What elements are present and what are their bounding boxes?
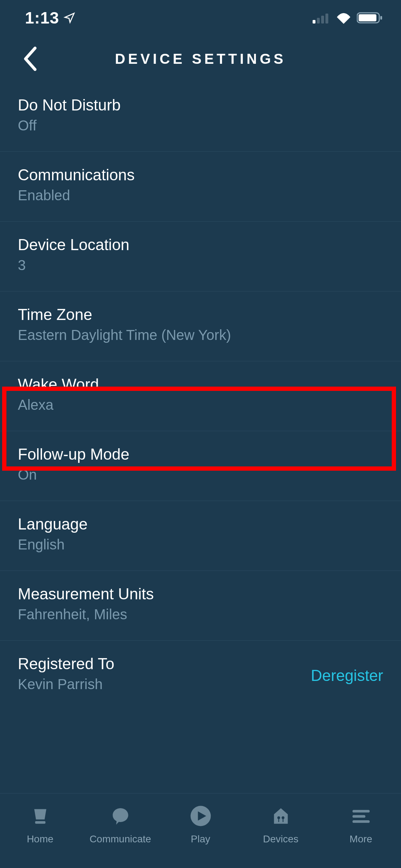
nav-label: Communicate: [89, 833, 151, 845]
svg-rect-14: [352, 815, 365, 818]
svg-rect-1: [317, 18, 320, 24]
svg-rect-7: [35, 821, 45, 824]
setting-value: Fahrenheit, Miles: [18, 606, 383, 622]
chevron-left-icon: [23, 46, 37, 71]
setting-label: Communications: [18, 166, 383, 184]
nav-label: Play: [191, 833, 210, 845]
setting-label: Wake Word: [18, 376, 383, 393]
communicate-icon: [108, 804, 133, 828]
setting-label: Device Location: [18, 236, 383, 254]
setting-value: Off: [18, 118, 383, 134]
svg-rect-0: [313, 20, 315, 24]
setting-device-location[interactable]: Device Location 3: [0, 222, 401, 291]
status-bar-left: 1:13: [25, 8, 76, 27]
setting-do-not-disturb[interactable]: Do Not Disturb Off: [0, 82, 401, 152]
play-icon: [188, 804, 213, 828]
wifi-icon: [335, 12, 352, 24]
nav-devices[interactable]: Devices: [245, 804, 317, 845]
nav-play[interactable]: Play: [165, 804, 236, 845]
setting-label: Time Zone: [18, 306, 383, 324]
setting-measurement-units[interactable]: Measurement Units Fahrenheit, Miles: [0, 571, 401, 641]
svg-rect-11: [278, 818, 279, 822]
setting-communications[interactable]: Communications Enabled: [0, 152, 401, 222]
status-bar-right: [313, 12, 383, 24]
nav-home[interactable]: Home: [5, 804, 76, 845]
nav-communicate[interactable]: Communicate: [85, 804, 156, 845]
svg-rect-13: [352, 810, 369, 812]
svg-rect-5: [359, 14, 376, 21]
setting-value: English: [18, 537, 383, 553]
svg-rect-3: [325, 14, 328, 24]
header: DEVICE SETTINGS: [0, 36, 401, 82]
setting-label: Measurement Units: [18, 585, 383, 603]
nav-label: More: [350, 833, 372, 845]
setting-value: Eastern Daylight Time (New York): [18, 327, 383, 343]
nav-more[interactable]: More: [325, 804, 397, 845]
bottom-nav: Home Communicate Play Devi: [0, 793, 401, 868]
svg-rect-15: [352, 820, 369, 823]
svg-rect-2: [321, 16, 324, 24]
setting-value: 3: [18, 257, 383, 273]
nav-label: Home: [27, 833, 53, 845]
svg-rect-6: [380, 16, 382, 20]
devices-icon: [268, 804, 293, 828]
back-button[interactable]: [20, 45, 41, 73]
deregister-button[interactable]: Deregister: [311, 667, 383, 684]
setting-value: On: [18, 467, 383, 483]
battery-icon: [357, 12, 383, 24]
setting-time-zone[interactable]: Time Zone Eastern Daylight Time (New Yor…: [0, 291, 401, 361]
status-time: 1:13: [25, 8, 59, 27]
svg-rect-12: [282, 818, 283, 822]
page-title: DEVICE SETTINGS: [115, 51, 286, 67]
location-icon: [63, 12, 76, 24]
setting-label: Language: [18, 515, 383, 533]
nav-label: Devices: [263, 833, 299, 845]
setting-label: Do Not Disturb: [18, 96, 383, 114]
setting-language[interactable]: Language English: [0, 501, 401, 571]
setting-wake-word[interactable]: Wake Word Alexa: [0, 361, 401, 431]
more-icon: [349, 804, 374, 828]
home-icon: [28, 804, 53, 828]
settings-list: Do Not Disturb Off Communications Enable…: [0, 82, 401, 710]
setting-value: Alexa: [18, 397, 383, 413]
status-bar: 1:13: [0, 0, 401, 36]
setting-value: Enabled: [18, 187, 383, 203]
setting-registered-to[interactable]: Registered To Kevin Parrish Deregister: [0, 641, 401, 710]
cellular-signal-icon: [313, 12, 330, 24]
setting-follow-up-mode[interactable]: Follow-up Mode On: [0, 431, 401, 501]
setting-label: Follow-up Mode: [18, 445, 383, 463]
